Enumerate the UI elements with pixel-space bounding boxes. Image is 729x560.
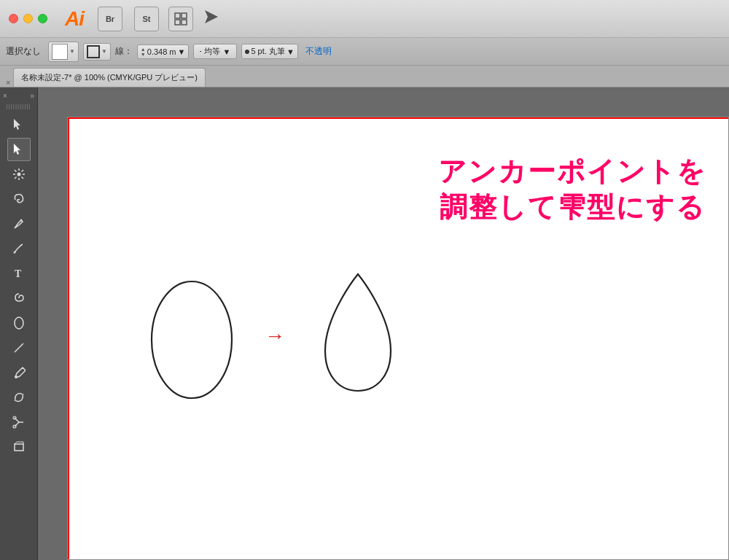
pen-tool-group-btn[interactable] <box>7 212 31 236</box>
stroke-cap-arrow: ▼ <box>286 47 295 56</box>
svg-line-22 <box>15 418 19 422</box>
tab-close-btn[interactable]: × <box>6 78 10 87</box>
heading-line1: アンカーポイントを <box>438 154 706 190</box>
stroke-dropdown-arrow: ▼ <box>101 48 107 55</box>
stock-icon[interactable]: St <box>134 7 159 31</box>
stroke-down-btn[interactable]: ▼ <box>141 52 146 57</box>
canvas-heading: アンカーポイントを 調整して雫型にする <box>438 154 706 226</box>
svg-rect-1 <box>182 13 187 18</box>
stroke-style-label: 均等 <box>204 46 220 57</box>
stroke-value: 0.348 m <box>147 47 176 56</box>
svg-line-12 <box>21 177 23 179</box>
stroke-spinners[interactable]: ▲ ▼ <box>141 47 146 57</box>
svg-point-15 <box>17 173 20 176</box>
svg-rect-27 <box>15 444 23 451</box>
svg-point-31 <box>152 281 232 398</box>
selection-label: 選択なし <box>6 45 41 58</box>
canvas-border-left <box>68 117 69 559</box>
svg-point-19 <box>15 317 23 329</box>
canvas-area: アンカーポイントを 調整して雫型にする → <box>38 88 729 560</box>
stroke-cap-label: 5 pt. 丸筆 <box>251 46 284 57</box>
ellipse-shape <box>141 263 243 409</box>
panel-grip: ||||||||||| <box>0 103 37 109</box>
svg-rect-3 <box>182 20 187 25</box>
svg-line-23 <box>15 422 19 427</box>
stroke-line-preview <box>200 51 200 52</box>
workspace-switcher[interactable] <box>168 7 193 31</box>
line-tool-btn[interactable] <box>7 336 31 359</box>
svg-line-20 <box>15 343 23 352</box>
svg-line-14 <box>15 177 17 179</box>
panel-close-btn[interactable]: × <box>3 92 7 100</box>
brush-tool-btn[interactable] <box>7 361 31 384</box>
fill-dropdown-arrow: ▼ <box>69 48 75 55</box>
traffic-lights <box>9 14 47 23</box>
svg-line-13 <box>21 170 23 172</box>
stroke-cap-selector[interactable]: 5 pt. 丸筆 ▼ <box>241 44 297 59</box>
stroke-cap-dot <box>245 50 249 54</box>
svg-marker-5 <box>14 119 20 130</box>
svg-line-11 <box>15 170 17 172</box>
app-logo: Ai <box>65 7 84 31</box>
stroke-color-selector[interactable]: ▼ <box>83 43 111 61</box>
stroke-style-arrow: ▼ <box>223 47 231 56</box>
svg-marker-6 <box>14 144 20 155</box>
tab-label: 名称未設定-7* @ 100% (CMYK/GPU プレビュー) <box>21 72 198 83</box>
svg-text:T: T <box>15 268 22 279</box>
titlebar: Ai Br St <box>0 0 729 38</box>
stroke-label: 線： <box>115 45 133 58</box>
svg-point-21 <box>15 376 17 378</box>
perspective-tool-btn[interactable] <box>7 435 31 459</box>
stroke-width-input[interactable]: ▲ ▼ 0.348 m ▼ <box>137 44 190 59</box>
ellipse-tool-btn[interactable] <box>7 311 31 335</box>
svg-rect-2 <box>175 20 180 25</box>
tabbar: × 名称未設定-7* @ 100% (CMYK/GPU プレビュー) <box>0 66 729 88</box>
minimize-button[interactable] <box>23 14 33 23</box>
magic-wand-tool-btn[interactable] <box>7 163 31 186</box>
type-tool-btn[interactable]: T <box>7 262 31 285</box>
send-icon[interactable] <box>203 9 219 29</box>
stroke-style-selector[interactable]: 均等 ▼ <box>193 44 237 59</box>
svg-point-16 <box>20 219 22 222</box>
svg-point-17 <box>13 252 15 254</box>
fill-color-box <box>52 44 68 60</box>
symbol-spray-tool-btn[interactable] <box>7 287 31 310</box>
stroke-color-box <box>87 45 100 58</box>
stroke-unit-arrow: ▼ <box>178 47 186 56</box>
main-area: × » ||||||||||| <box>0 88 729 560</box>
canvas-border-top <box>68 117 728 119</box>
svg-rect-0 <box>175 13 180 18</box>
tools-panel: × » ||||||||||| <box>0 88 38 560</box>
bridge-icon[interactable]: Br <box>98 7 122 31</box>
close-button[interactable] <box>9 14 18 23</box>
lasso-tool-btn[interactable] <box>7 187 31 211</box>
tools-header: × » <box>0 90 37 101</box>
stroke-up-btn[interactable]: ▲ <box>141 47 146 52</box>
pencil-tool-btn[interactable] <box>7 237 31 260</box>
blend-tool-btn[interactable] <box>7 386 31 409</box>
transparency-label[interactable]: 不透明 <box>305 45 332 58</box>
toolbar: 選択なし ▼ ▼ 線： ▲ ▼ 0.348 m ▼ 均等 ▼ 5 pt. 丸筆 … <box>0 38 729 66</box>
canvas: アンカーポイントを 調整して雫型にする → <box>67 117 729 560</box>
selection-tool-btn[interactable] <box>7 113 31 136</box>
maximize-button[interactable] <box>38 14 47 23</box>
teardrop-shape <box>307 263 409 409</box>
svg-marker-4 <box>205 10 218 23</box>
panel-expand-btn[interactable]: » <box>30 92 34 100</box>
fill-color-selector[interactable]: ▼ <box>48 42 79 62</box>
heading-line2: 調整して雫型にする <box>438 190 706 225</box>
direct-selection-tool-btn[interactable] <box>7 138 31 161</box>
shapes-area: → <box>141 263 409 409</box>
document-tab[interactable]: 名称未設定-7* @ 100% (CMYK/GPU プレビュー) <box>13 68 206 87</box>
transform-arrow: → <box>265 324 285 348</box>
scissors-tool-btn[interactable] <box>7 411 31 434</box>
